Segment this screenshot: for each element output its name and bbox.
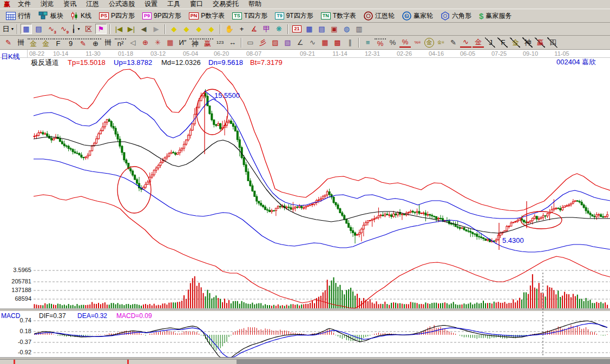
- gold-circle-icon[interactable]: 金: [424, 38, 434, 48]
- wave-tool-icon[interactable]: ∿: [460, 37, 471, 48]
- t-square-button[interactable]: TST四方形: [228, 10, 271, 22]
- quote-tool-icon[interactable]: И″: [177, 37, 188, 48]
- gold-angle-icon[interactable]: 金: [510, 37, 521, 48]
- f-ruler-icon[interactable]: F: [53, 38, 64, 48]
- gold-red-icon[interactable]: 金: [473, 37, 484, 48]
- gold-ruler-a-icon[interactable]: 金: [28, 38, 39, 48]
- diamond-left-icon[interactable]: ◆: [168, 24, 180, 34]
- calendar-icon[interactable]: 21: [291, 24, 303, 34]
- prev-bar-icon[interactable]: ◀: [138, 24, 149, 34]
- sparkline-9-icon[interactable]: ∿9: [58, 24, 69, 34]
- fan-lines-icon[interactable]: 彡: [257, 37, 268, 48]
- angle-lines-icon[interactable]: ∠: [294, 37, 306, 48]
- nine-ruler-icon[interactable]: 9: [65, 38, 76, 48]
- diamond-compress-icon[interactable]: ◆: [206, 24, 217, 34]
- notes-icon[interactable]: ▤: [316, 24, 327, 34]
- gold-ruler-b-icon[interactable]: 金: [40, 38, 51, 48]
- target-icon[interactable]: ⊕: [140, 37, 151, 48]
- t-table-button[interactable]: TNT数字表: [317, 10, 360, 22]
- pct-line-icon[interactable]: %: [375, 38, 386, 48]
- winner-service-button[interactable]: $赢家服务: [475, 10, 515, 22]
- net-grid-icon[interactable]: ▦: [165, 37, 176, 48]
- ninet-square-button[interactable]: T99T四方形: [271, 10, 317, 22]
- menu-item-0[interactable]: 文件: [13, 0, 36, 9]
- menu-item-8[interactable]: 交易委托: [208, 0, 244, 9]
- menu-item-1[interactable]: 浏览: [36, 0, 58, 9]
- menu-item-9[interactable]: 帮助: [244, 0, 266, 9]
- net-save-icon[interactable]: ◍: [341, 24, 352, 34]
- sectors-button[interactable]: 板块: [35, 10, 67, 22]
- n2-ruler-icon[interactable]: n²: [115, 38, 126, 48]
- layout-icon[interactable]: ▦: [21, 24, 32, 34]
- ying-angle-icon[interactable]: 赢: [535, 37, 546, 48]
- candle-pen-icon[interactable]: ✎: [448, 37, 459, 48]
- menu-item-3[interactable]: 江恩: [81, 0, 104, 9]
- region-icon[interactable]: 区: [83, 24, 94, 34]
- f-angle-icon[interactable]: F: [497, 37, 509, 48]
- period-day-dropdown[interactable]: 日▼: [3, 24, 14, 34]
- save-icon[interactable]: ▣: [329, 24, 340, 34]
- p-table-button[interactable]: PNP数字表: [185, 10, 229, 22]
- span-arrow-icon[interactable]: ↔: [227, 37, 238, 48]
- p-square-button[interactable]: PSP四方形: [95, 10, 139, 22]
- pct-three-icon[interactable]: %≡: [412, 37, 423, 48]
- ruler-123-icon[interactable]: 123: [214, 37, 226, 48]
- menu-item-5[interactable]: 设置: [140, 0, 162, 9]
- fan-box-icon[interactable]: ▨: [270, 37, 281, 48]
- mind-icon[interactable]: ❋: [273, 24, 285, 34]
- measure-icon[interactable]: ∡: [248, 24, 260, 34]
- ying-ruler-icon[interactable]: 赢: [202, 38, 213, 48]
- gann-wheel-button[interactable]: 江恩轮: [360, 10, 398, 22]
- red-grid2-icon[interactable]: ▩: [332, 37, 343, 48]
- gold-three-icon[interactable]: 金≡: [435, 37, 447, 48]
- first-bar-icon[interactable]: |◀: [113, 24, 124, 34]
- crosshair-icon[interactable]: +: [236, 24, 247, 34]
- last-bar-icon[interactable]: ▶|: [126, 24, 137, 34]
- diamond-right-icon[interactable]: ◆: [181, 24, 192, 34]
- kline-button[interactable]: K线: [67, 10, 95, 22]
- gann-tool-icon[interactable]: 甲: [261, 24, 272, 34]
- pct-under-icon[interactable]: %: [399, 37, 411, 48]
- price-scale-icon[interactable]: ≡: [362, 37, 373, 48]
- candle-body: [87, 155, 89, 157]
- print-icon[interactable]: ▥: [353, 24, 365, 34]
- hexagon-button[interactable]: 六角形: [437, 10, 475, 22]
- cursor-flag-icon[interactable]: ◁: [127, 37, 139, 48]
- hand-tool-icon[interactable]: ✋: [224, 24, 235, 34]
- volume-bar: [154, 304, 155, 308]
- dial-ruler-icon[interactable]: ⊕: [90, 38, 101, 48]
- info-panel-icon[interactable]: ▤: [33, 24, 44, 34]
- ruler-tool-icon[interactable]: 卌: [15, 37, 27, 48]
- menu-item-2[interactable]: 资讯: [58, 0, 81, 9]
- h-scrollbar-thumb[interactable]: [237, 360, 610, 364]
- calculator-icon[interactable]: ▦: [304, 24, 315, 34]
- fan-box2-icon[interactable]: ▧: [282, 37, 293, 48]
- pen-ruler-icon[interactable]: ✎: [77, 38, 89, 48]
- parallel-lines-icon[interactable]: ∥: [344, 37, 356, 48]
- shen-ruler-icon[interactable]: 神: [189, 38, 201, 48]
- shen-angle-icon[interactable]: 神: [522, 37, 534, 48]
- next-bar-icon[interactable]: ▶: [150, 24, 162, 34]
- tick-ruler-icon[interactable]: 卌: [102, 37, 114, 48]
- sparkline-3-icon[interactable]: ∿3: [45, 24, 57, 34]
- flag-chart-icon[interactable]: ⚑: [95, 24, 107, 34]
- pen-tool-icon[interactable]: ✎: [3, 37, 14, 48]
- menu-item-6[interactable]: 工具: [162, 0, 185, 9]
- red-grid-icon[interactable]: ▦: [319, 37, 331, 48]
- winner-wheel-button[interactable]: Big赢家轮: [398, 10, 437, 22]
- j-angle-icon[interactable]: J: [485, 37, 496, 48]
- volume-bar: [258, 303, 259, 308]
- box-tool-icon[interactable]: ▭: [245, 37, 256, 48]
- h-scrollbar[interactable]: [0, 359, 610, 364]
- quotes-button[interactable]: 行情: [2, 10, 35, 22]
- diamond-expand-icon[interactable]: ◆: [193, 24, 205, 34]
- menu-item-7[interactable]: 窗口: [185, 0, 208, 9]
- si-angle-icon[interactable]: 四: [547, 37, 559, 48]
- zigzag-icon[interactable]: ∿: [307, 37, 318, 48]
- star-grid-icon[interactable]: ✳: [152, 37, 163, 48]
- ninep-square-button[interactable]: P99P四方形: [139, 10, 185, 22]
- candle-style-dropdown[interactable]: ╽▼: [70, 24, 82, 34]
- menu-item-4[interactable]: 公式选股: [104, 0, 140, 9]
- chart-area[interactable]: 15.55005.4300 日K线 极反通道 Tp=15.5018 Up=13.…: [0, 50, 610, 364]
- pct-plain-icon[interactable]: %: [387, 37, 398, 48]
